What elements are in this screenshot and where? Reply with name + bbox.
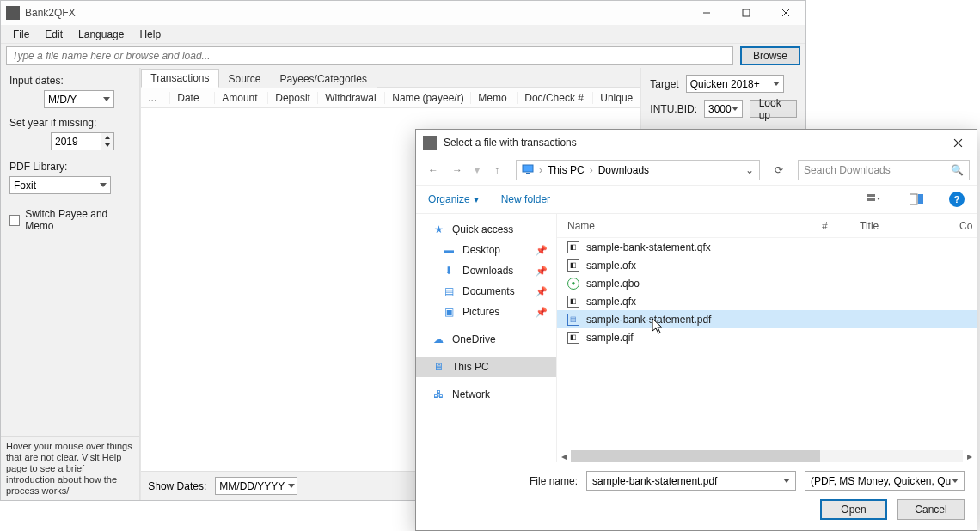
tab-source[interactable]: Source [219, 70, 271, 88]
col-memo[interactable]: Memo [471, 92, 518, 104]
show-dates-select[interactable]: MM/DD/YYYY [215, 477, 297, 495]
dialog-navbar: ← → ▾ ↑ › This PC › Downloads ⌄ ⟳ Search… [416, 156, 977, 185]
file-row[interactable]: ◧sample.qif [557, 328, 977, 346]
tab-transactions[interactable]: Transactions [141, 69, 218, 88]
cancel-button[interactable]: Cancel [897, 499, 965, 520]
minimize-button[interactable] [687, 1, 726, 25]
set-year-stepper[interactable] [51, 132, 131, 150]
menu-language[interactable]: Language [71, 27, 131, 42]
intubid-select[interactable]: 3000 [704, 100, 743, 118]
lookup-button[interactable]: Look up [750, 100, 797, 118]
tree-pictures[interactable]: ▣ Pictures📌 [416, 302, 556, 322]
pc-icon: 🖥 [432, 361, 445, 373]
tree-onedrive[interactable]: ☁ OneDrive [416, 329, 556, 350]
dialog-toolbar: Organize ▾ New folder ? [416, 185, 977, 214]
left-panel: Input dates: M/D/Y Set year if missing: … [1, 68, 140, 500]
file-row[interactable]: ◧sample.qfx [557, 292, 977, 310]
nav-tree: ★ Quick access ▬ Desktop📌 ⬇ Downloads📌 ▤… [416, 214, 557, 462]
maximize-button[interactable] [726, 1, 766, 25]
horizontal-scrollbar[interactable]: ◂ ▸ [557, 449, 977, 462]
pictures-icon: ▣ [442, 306, 456, 318]
file-row[interactable]: ◧sample.ofx [557, 256, 977, 274]
switch-payee-memo-checkbox[interactable]: Switch Payee and Memo [9, 208, 131, 232]
file-icon: ◧ [567, 259, 579, 272]
pin-icon: 📌 [536, 286, 548, 297]
crumb-folder[interactable]: Downloads [598, 164, 649, 176]
tree-network[interactable]: 🖧 Network [416, 384, 556, 405]
network-icon: 🖧 [432, 388, 445, 400]
chevron-down-icon: ▾ [474, 193, 479, 205]
dialog-title: Select a file with transactions [444, 137, 577, 149]
dialog-close-button[interactable] [939, 130, 977, 156]
crumb-root[interactable]: This PC [548, 164, 585, 176]
scroll-left-icon[interactable]: ◂ [557, 450, 571, 462]
col-date[interactable]: Date [170, 92, 215, 104]
open-button[interactable]: Open [820, 499, 887, 520]
breadcrumb[interactable]: › This PC › Downloads ⌄ [516, 160, 760, 180]
monitor-icon [522, 164, 534, 177]
tree-documents[interactable]: ▤ Documents📌 [416, 281, 556, 302]
filename-label: File name: [530, 475, 578, 487]
file-type-filter[interactable]: (PDF, MS Money, Quicken, Qui [805, 471, 965, 491]
col-expand[interactable]: ... [141, 92, 170, 104]
tree-quick-access[interactable]: ★ Quick access [416, 219, 556, 240]
svg-rect-9 [526, 173, 530, 174]
file-list: Name # Title Co ◧sample-bank-statement.q… [557, 214, 977, 462]
nav-forward-icon[interactable]: → [447, 160, 468, 180]
download-icon: ⬇ [442, 265, 456, 277]
col-name[interactable]: Name (payee/r) [385, 92, 471, 104]
menubar: File Edit Language Help [1, 25, 805, 44]
menu-help[interactable]: Help [132, 27, 168, 42]
file-row[interactable]: ▤sample-bank-statement.pdf [557, 310, 977, 328]
tree-this-pc[interactable]: 🖥 This PC [416, 357, 556, 377]
close-button[interactable] [766, 1, 805, 25]
tree-desktop[interactable]: ▬ Desktop📌 [416, 240, 556, 260]
help-icon[interactable]: ? [949, 192, 965, 207]
tree-downloads[interactable]: ⬇ Downloads📌 [416, 260, 556, 281]
dialog-titlebar: Select a file with transactions [416, 130, 977, 156]
new-folder-button[interactable]: New folder [501, 193, 550, 205]
nav-recent-icon[interactable]: ▾ [471, 160, 483, 180]
preview-pane-icon[interactable] [906, 189, 927, 210]
file-path-input[interactable] [6, 46, 733, 65]
file-row[interactable]: ●sample.qbo [557, 274, 977, 292]
col-unique[interactable]: Unique [593, 92, 640, 104]
star-icon: ★ [432, 223, 445, 235]
scroll-right-icon[interactable]: ▸ [963, 450, 977, 462]
col-deposit[interactable]: Deposit [268, 92, 318, 104]
tab-payees-categories[interactable]: Payees/Categories [271, 70, 377, 88]
input-dates-select[interactable]: M/D/Y [44, 90, 114, 108]
view-options-icon[interactable] [863, 189, 884, 210]
search-icon: 🔍 [951, 164, 964, 176]
checkbox-icon [9, 215, 20, 226]
file-icon: ● [567, 278, 579, 290]
pin-icon: 📌 [536, 307, 548, 318]
col-amount[interactable]: Amount [215, 92, 268, 104]
column-headers: ... Date Amount Deposit Withdrawal Name … [141, 88, 640, 108]
target-select[interactable]: Quicken 2018+ [686, 75, 784, 93]
scroll-thumb[interactable] [571, 450, 820, 462]
col-withdrawal[interactable]: Withdrawal [318, 92, 385, 104]
refresh-icon[interactable]: ⟳ [769, 160, 789, 180]
pdf-library-select[interactable]: Foxit [9, 176, 111, 194]
menu-edit[interactable]: Edit [38, 27, 70, 42]
year-down-icon[interactable] [101, 142, 113, 150]
browse-button[interactable]: Browse [740, 46, 800, 65]
file-row[interactable]: ◧sample-bank-statement.qfx [557, 238, 977, 256]
nav-up-icon[interactable]: ↑ [487, 160, 507, 180]
file-icon: ◧ [567, 296, 579, 308]
organize-menu[interactable]: Organize ▾ [428, 193, 479, 205]
col-doccheck[interactable]: Doc/Check # [518, 92, 593, 104]
svg-rect-11 [867, 198, 875, 201]
search-input[interactable]: Search Downloads 🔍 [798, 160, 970, 180]
col-title[interactable]: Title [849, 220, 949, 232]
col-name[interactable]: Name [557, 220, 812, 232]
filename-input[interactable]: sample-bank-statement.pdf [586, 471, 796, 491]
col-co[interactable]: Co [949, 220, 977, 232]
chevron-down-icon[interactable]: ⌄ [745, 164, 754, 176]
nav-back-icon[interactable]: ← [423, 160, 444, 180]
file-name: sample.qbo [586, 278, 640, 290]
year-up-icon[interactable] [101, 133, 113, 142]
menu-file[interactable]: File [6, 27, 36, 42]
col-num[interactable]: # [812, 220, 849, 232]
